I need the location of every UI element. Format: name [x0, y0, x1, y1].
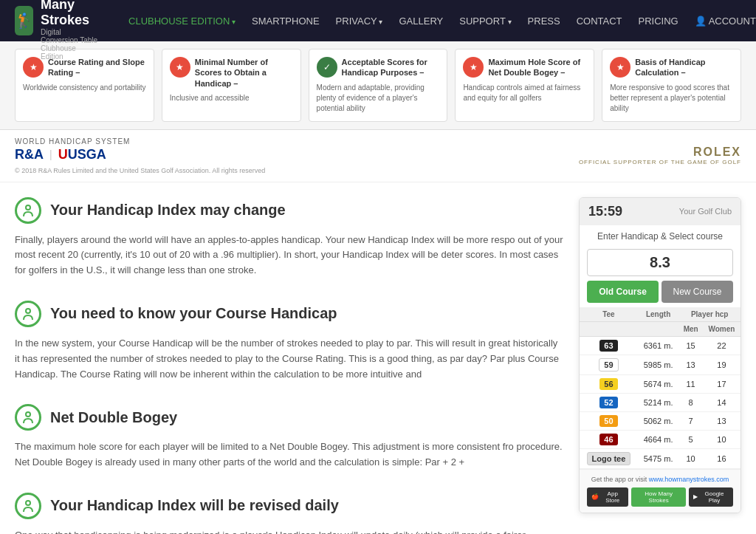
tee-color-badge-0: 63 — [599, 340, 617, 352]
brand-name: How Many Strokes — [41, 0, 100, 28]
tee-cell-1: 59 — [580, 355, 638, 374]
course-buttons: Old Course New Course — [587, 281, 733, 303]
top-card-body-0: Worldwide consistency and portability — [23, 83, 146, 93]
old-course-button[interactable]: Old Course — [587, 281, 659, 303]
top-card-title-4: Basis of Handicap Calculation – — [635, 57, 733, 78]
section-heading-4: Your Handicap Index will be revised dail… — [15, 493, 564, 519]
section-icon-1 — [15, 197, 41, 224]
nav-item-clubhouse[interactable]: CLUBHOUSE EDITION — [123, 11, 241, 31]
section-title-2: You need to know your Course Handicap — [50, 305, 337, 322]
svg-point-0 — [26, 205, 30, 210]
women-sub: Women — [703, 321, 740, 336]
tee-men-6: 10 — [678, 448, 703, 468]
tee-length-3: 5214 m. — [638, 393, 679, 411]
googleplay-button[interactable]: ▶ Google Play — [689, 487, 733, 507]
tee-color-badge-6: Logo tee — [587, 452, 631, 465]
tee-table-row: 50 5062 m. 7 13 — [580, 411, 740, 430]
section-icon-3 — [15, 404, 41, 431]
tee-cell-6: Logo tee — [580, 448, 638, 468]
nav-item-privacy[interactable]: PRIVACY — [330, 11, 389, 31]
tee-men-5: 5 — [678, 430, 703, 448]
length-col-header: Length — [638, 307, 679, 322]
player-hcp-col-header: Player hcp — [678, 307, 740, 322]
nav-item-contact[interactable]: CONTACT — [571, 11, 628, 31]
tee-table-row: 63 6361 m. 15 22 — [580, 336, 740, 355]
tee-men-3: 8 — [678, 393, 703, 411]
top-card-icon-4: ★ — [610, 57, 630, 78]
tee-women-0: 22 — [703, 336, 740, 355]
top-cards-section: ★ Course Rating and Slope Rating – World… — [0, 41, 756, 130]
svg-point-2 — [26, 412, 30, 417]
nav-item-gallery[interactable]: GALLERY — [393, 11, 449, 31]
top-card-body-4: More responsive to good scores that bett… — [610, 83, 733, 114]
top-card-title-1: Minimal Number of Scores to Obtain a Han… — [195, 57, 293, 89]
section-course-handicap: You need to know your Course Handicap In… — [15, 301, 564, 382]
tee-table: Tee Length Player hcp Men Women 63 6361 … — [580, 307, 740, 469]
tee-col-header: Tee — [580, 307, 638, 322]
nav-item-account[interactable]: 👤 ACCOUNT — [689, 11, 756, 31]
tee-table-row: 56 5674 m. 11 17 — [580, 374, 740, 393]
top-card-body-2: Modern and adaptable, providing plenty o… — [317, 83, 440, 114]
top-card-4: ★ Basis of Handicap Calculation – More r… — [602, 49, 741, 122]
nav-item-press[interactable]: PRESS — [522, 11, 566, 31]
widget-footer: Get the app or visit www.howmanystrokes.… — [580, 469, 740, 513]
top-card-title-2: Acceptable Scores for Handicap Purposes … — [342, 57, 440, 78]
tee-table-body: 63 6361 m. 15 22 59 5985 m. 13 19 56 567… — [580, 336, 740, 468]
navbar: 🏌 How Many Strokes Digital Conversion Ta… — [0, 0, 756, 41]
top-card-icon-3: ★ — [463, 57, 484, 78]
top-card-header-2: ✓ Acceptable Scores for Handicap Purpose… — [317, 57, 440, 78]
nav-item-support[interactable]: SUPPORT — [453, 11, 517, 31]
top-card-header-4: ★ Basis of Handicap Calculation – — [610, 57, 733, 78]
appstore-button[interactable]: 🍎 App Store — [587, 487, 628, 507]
tee-cell-2: 56 — [580, 374, 638, 393]
hms-button[interactable]: How Many Strokes — [631, 487, 685, 507]
googleplay-label: Google Play — [700, 490, 729, 504]
tee-table-row: 52 5214 m. 8 14 — [580, 393, 740, 411]
section-text-1: Finally, players around the world will h… — [15, 233, 564, 278]
tee-table-row: 46 4664 m. 5 10 — [580, 430, 740, 448]
nav-item-pricing[interactable]: PRICING — [633, 11, 684, 31]
copyright-text: © 2018 R&A Rules Limited and the United … — [15, 167, 265, 174]
rolex-logo: ROLEX — [579, 146, 741, 159]
tee-length-0: 6361 m. — [638, 336, 679, 355]
content-right: 15:59 Your Golf Club Enter Handicap & Se… — [579, 197, 741, 534]
tee-women-4: 13 — [703, 411, 740, 430]
usga-logo: UUSGA — [58, 147, 106, 162]
tee-women-2: 17 — [703, 374, 740, 393]
tee-length-4: 5062 m. — [638, 411, 679, 430]
top-card-3: ★ Maximum Hole Score of Net Double Bogey… — [455, 49, 594, 122]
length-sub — [638, 321, 679, 336]
tee-color-badge-2: 56 — [599, 378, 617, 390]
main-content: Your Handicap Index may change Finally, … — [0, 182, 756, 534]
top-card-body-3: Handicap controls aimed at fairness and … — [463, 83, 586, 103]
tee-length-1: 5985 m. — [638, 355, 679, 374]
brand-title: How Many Strokes Digital Conversion Tabl… — [41, 0, 100, 61]
tee-cell-4: 50 — [580, 411, 638, 430]
tee-women-1: 19 — [703, 355, 740, 374]
brand-logo[interactable]: 🏌 How Many Strokes Digital Conversion Ta… — [15, 0, 100, 61]
men-sub: Men — [678, 321, 703, 336]
tee-length-5: 4664 m. — [638, 430, 679, 448]
whs-text: WORLD HANDICAP SYSTEM — [15, 137, 265, 146]
tee-cell-0: 63 — [580, 336, 638, 355]
section-heading-2: You need to know your Course Handicap — [15, 301, 564, 327]
section-title-1: Your Handicap Index may change — [50, 202, 286, 219]
new-course-button[interactable]: New Course — [662, 281, 733, 303]
svg-point-1 — [26, 309, 30, 313]
tee-table-header: Tee Length Player hcp — [580, 307, 740, 322]
section-net-double-bogey: Net Double Bogey The maximum hole score … — [15, 404, 564, 470]
tee-cell-3: 52 — [580, 393, 638, 411]
footer-link[interactable]: www.howmanystrokes.com — [649, 476, 729, 483]
widget-club: Your Golf Club — [679, 207, 732, 216]
top-card-body-1: Inclusive and accessible — [170, 93, 293, 103]
hms-label: How Many Strokes — [645, 490, 673, 504]
nav-item-smartphone[interactable]: SMARTPHONE — [246, 11, 326, 31]
rna-usga-logos: R&A | UUSGA — [15, 147, 265, 162]
usga-red: U — [58, 147, 68, 162]
tee-color-badge-1: 59 — [599, 358, 618, 372]
tee-cell-5: 46 — [580, 430, 638, 448]
section-handicap-change: Your Handicap Index may change Finally, … — [15, 197, 564, 278]
tee-women-5: 10 — [703, 430, 740, 448]
handicap-input-display: 8.3 — [587, 249, 733, 276]
brand-icon: 🏌 — [15, 6, 33, 35]
